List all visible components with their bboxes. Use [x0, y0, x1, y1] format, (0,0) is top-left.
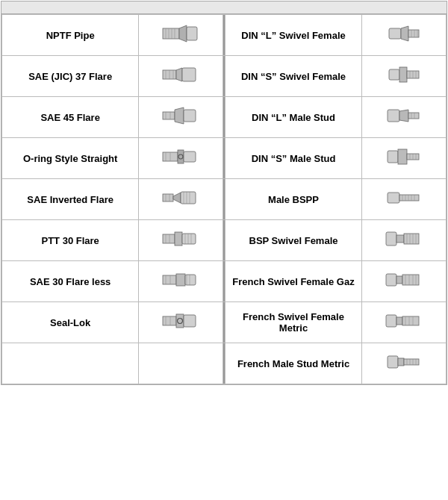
- right-fitting-label: Male BSPP: [225, 179, 361, 220]
- svg-rect-7: [389, 28, 401, 39]
- left-fitting-image: [139, 56, 223, 97]
- svg-rect-98: [396, 317, 402, 325]
- svg-rect-0: [163, 28, 179, 39]
- svg-rect-55: [388, 193, 399, 203]
- right-fitting-image: [362, 343, 447, 384]
- svg-rect-71: [396, 235, 404, 243]
- left-fitting-label: O-ring Style Straight: [2, 138, 139, 179]
- left-fitting-label: [2, 343, 139, 384]
- svg-marker-14: [176, 68, 182, 81]
- left-fitting-label: Seal-Lok: [2, 302, 139, 343]
- svg-rect-70: [386, 232, 396, 246]
- svg-rect-42: [398, 149, 407, 164]
- svg-marker-8: [401, 26, 408, 41]
- svg-rect-85: [396, 276, 402, 284]
- svg-rect-32: [408, 113, 419, 119]
- table-row: O-ring Style Straight DIN “S” Male Stud: [2, 138, 447, 179]
- svg-rect-94: [184, 315, 196, 327]
- left-fitting-image: [139, 302, 223, 343]
- right-fitting-label: BSP Swivel Female: [225, 220, 361, 261]
- svg-marker-48: [173, 193, 181, 203]
- svg-rect-37: [184, 151, 196, 162]
- table-row: SAE Inverted Flare Male BSPP: [2, 179, 447, 220]
- svg-rect-62: [163, 234, 175, 243]
- right-fitting-image: [362, 15, 447, 56]
- svg-rect-78: [176, 274, 185, 286]
- left-fitting-image: [139, 220, 223, 261]
- left-fitting-image: [139, 343, 223, 384]
- svg-rect-25: [163, 112, 175, 119]
- svg-rect-2: [187, 27, 197, 40]
- right-fitting-image: [362, 97, 447, 138]
- right-fitting-label: French Swivel Female Gaz: [225, 261, 361, 302]
- right-fitting-label: DIN “L” Swivel Female: [225, 15, 361, 56]
- svg-rect-19: [389, 69, 399, 80]
- svg-rect-49: [181, 192, 196, 204]
- table-row: PTT 30 Flare BSP Swivel Female: [2, 220, 447, 261]
- table-title: [1, 1, 447, 14]
- right-fitting-image: [362, 302, 447, 343]
- visual-index-container: NPTF Pipe DIN “L” Swivel Female SAE (JIC…: [1, 1, 447, 385]
- left-fitting-label: SAE (JIC) 37 Flare: [2, 56, 139, 97]
- svg-rect-105: [404, 359, 419, 365]
- svg-rect-97: [386, 315, 396, 327]
- right-fitting-label: DIN “L” Male Stud: [225, 97, 361, 138]
- svg-rect-99: [402, 316, 419, 325]
- svg-rect-64: [182, 234, 196, 244]
- table-row: SAE 30 Flare less French Swivel Female G…: [2, 261, 447, 302]
- left-fitting-image: [139, 97, 223, 138]
- svg-rect-41: [388, 151, 398, 163]
- table-row: NPTF Pipe DIN “L” Swivel Female: [2, 15, 447, 56]
- left-fitting-label: SAE 30 Flare less: [2, 261, 139, 302]
- left-fitting-label: SAE 45 Flare: [2, 97, 139, 138]
- left-fitting-image: [139, 15, 223, 56]
- svg-rect-63: [175, 232, 182, 246]
- left-fitting-label: SAE Inverted Flare: [2, 179, 139, 220]
- right-fitting-label: French Male Stud Metric: [225, 343, 361, 384]
- right-fitting-image: [362, 261, 447, 302]
- svg-rect-103: [388, 356, 398, 368]
- svg-rect-27: [184, 110, 196, 122]
- svg-rect-47: [163, 194, 173, 201]
- right-fitting-label: French Swivel Female Metric: [225, 302, 361, 343]
- svg-marker-26: [175, 107, 184, 124]
- svg-rect-77: [163, 275, 176, 284]
- left-fitting-image: [139, 179, 223, 220]
- svg-rect-72: [404, 234, 419, 244]
- fitting-table: NPTF Pipe DIN “L” Swivel Female SAE (JIC…: [1, 14, 447, 384]
- svg-marker-31: [399, 110, 408, 122]
- table-row: Seal-Lok French Swivel Female Metric: [2, 302, 447, 343]
- table-row: French Male Stud Metric: [2, 343, 447, 384]
- right-fitting-image: [362, 220, 447, 261]
- right-fitting-label: DIN “S” Male Stud: [225, 138, 361, 179]
- svg-rect-104: [398, 358, 404, 366]
- svg-rect-15: [182, 68, 196, 81]
- left-fitting-image: [139, 138, 223, 179]
- table-row: SAE (JIC) 37 Flare DIN “S” Swivel Female: [2, 56, 447, 97]
- right-fitting-label: DIN “S” Swivel Female: [225, 56, 361, 97]
- svg-rect-86: [402, 275, 419, 285]
- left-fitting-label: NPTF Pipe: [2, 15, 139, 56]
- right-fitting-image: [362, 179, 447, 220]
- left-fitting-image: [139, 261, 223, 302]
- svg-rect-91: [163, 316, 176, 325]
- svg-marker-1: [179, 25, 187, 42]
- right-fitting-image: [362, 138, 447, 179]
- table-row: SAE 45 Flare DIN “L” Male Stud: [2, 97, 447, 138]
- left-fitting-label: PTT 30 Flare: [2, 220, 139, 261]
- svg-rect-20: [399, 67, 407, 82]
- svg-rect-30: [388, 110, 399, 122]
- svg-rect-84: [386, 274, 396, 286]
- right-fitting-image: [362, 56, 447, 97]
